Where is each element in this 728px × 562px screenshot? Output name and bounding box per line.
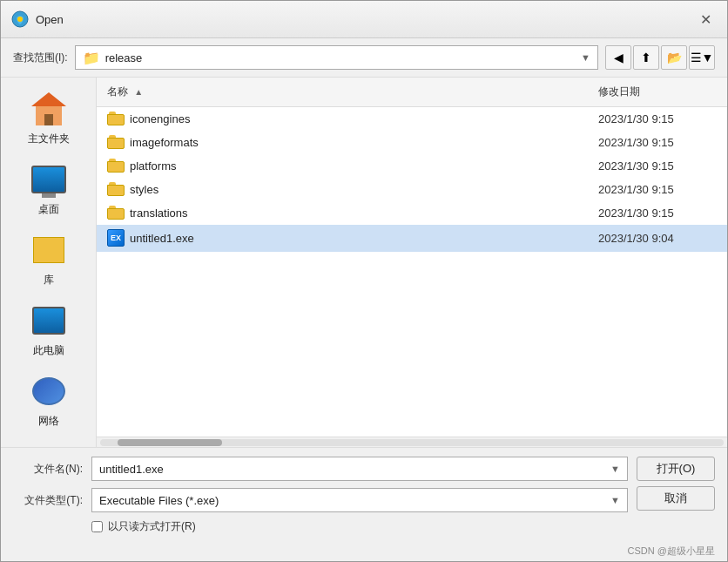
- file-date-cell: 2023/1/30 9:04: [588, 230, 727, 247]
- sidebar-item-network[interactable]: 网络: [10, 367, 88, 434]
- filename-combo[interactable]: untitled1.exe ▼: [91, 457, 628, 481]
- library-icon: [33, 237, 64, 263]
- close-button[interactable]: ✕: [694, 8, 717, 30]
- sidebar-item-desktop[interactable]: 桌面: [10, 155, 88, 222]
- table-row[interactable]: iconengines 2023/1/30 9:15: [97, 107, 727, 131]
- filename-label: 文件名(N):: [13, 462, 83, 477]
- location-combo[interactable]: 📁 release ▼: [75, 45, 598, 70]
- sidebar-label-home: 主文件夹: [28, 132, 70, 146]
- file-list[interactable]: iconengines 2023/1/30 9:15 imageformats …: [97, 107, 727, 437]
- bottom-fields: 文件名(N): untitled1.exe ▼ 文件类型(T): Executa…: [13, 457, 628, 534]
- dialog-title: Open: [36, 13, 64, 26]
- open-button[interactable]: 打开(O): [637, 457, 715, 481]
- up-button[interactable]: ⬆: [633, 45, 659, 70]
- file-date-cell: 2023/1/30 9:15: [588, 205, 727, 221]
- sidebar-label-desktop: 桌面: [38, 202, 59, 217]
- app-icon: [11, 10, 29, 28]
- sidebar: 主文件夹 桌面 库 此电脑: [1, 78, 97, 447]
- computer-icon-area: [30, 301, 68, 340]
- file-name-cell: platforms: [97, 157, 588, 174]
- bottom-main: 文件名(N): untitled1.exe ▼ 文件类型(T): Executa…: [13, 457, 715, 534]
- file-header: 名称 ▲ 修改日期: [97, 78, 727, 107]
- scrollbar-area: [97, 437, 727, 447]
- file-name-cell: imageformats: [97, 133, 588, 151]
- table-row[interactable]: styles 2023/1/30 9:15: [97, 178, 727, 201]
- file-panel: 名称 ▲ 修改日期 iconengines 2023/1/30 9:15: [97, 78, 727, 447]
- sidebar-item-computer[interactable]: 此电脑: [10, 296, 88, 363]
- title-left: Open: [11, 10, 64, 28]
- actions-col: 打开(O) 取消: [637, 457, 715, 534]
- watermark: CSDN @超级小星星: [1, 543, 727, 561]
- view-button[interactable]: ☰▼: [689, 45, 715, 70]
- readonly-label[interactable]: 以只读方式打开(R): [108, 519, 196, 534]
- location-text: release: [105, 51, 576, 64]
- bottom-area: 文件名(N): untitled1.exe ▼ 文件类型(T): Executa…: [1, 447, 727, 543]
- back-button[interactable]: ◀: [605, 45, 631, 70]
- table-row[interactable]: translations 2023/1/30 9:15: [97, 201, 727, 225]
- computer-icon: [32, 307, 65, 335]
- toolbar-buttons: ◀ ⬆ 📂 ☰▼: [605, 45, 715, 70]
- readonly-checkbox[interactable]: [91, 521, 103, 532]
- sidebar-label-network: 网络: [38, 414, 59, 429]
- location-dropdown-arrow: ▼: [581, 52, 590, 63]
- folder-icon: [107, 206, 125, 220]
- title-bar: Open ✕: [1, 1, 727, 38]
- table-row[interactable]: imageformats 2023/1/30 9:15: [97, 131, 727, 154]
- filetype-value: Executable Files (*.exe): [99, 494, 607, 507]
- main-area: 主文件夹 桌面 库 此电脑: [1, 78, 727, 447]
- readonly-row: 以只读方式打开(R): [91, 519, 628, 534]
- filename-row: 文件名(N): untitled1.exe ▼: [13, 457, 628, 481]
- filename-value: untitled1.exe: [99, 463, 607, 476]
- network-icon-area: [30, 372, 68, 410]
- filetype-row: 文件类型(T): Executable Files (*.exe) ▼: [13, 488, 628, 512]
- location-label: 查找范围(I):: [13, 51, 68, 65]
- col-header-date[interactable]: 修改日期: [588, 81, 727, 103]
- svg-point-1: [17, 17, 23, 22]
- folder-icon: [107, 159, 125, 173]
- scrollbar-thumb: [118, 439, 222, 446]
- sidebar-item-home[interactable]: 主文件夹: [10, 85, 88, 152]
- network-icon: [32, 377, 65, 405]
- desktop-icon: [31, 166, 66, 193]
- filetype-dropdown-arrow: ▼: [610, 495, 620, 505]
- home-icon-area: [30, 90, 68, 128]
- sort-arrow-icon: ▲: [134, 87, 143, 97]
- table-row[interactable]: platforms 2023/1/30 9:15: [97, 154, 727, 178]
- file-date-cell: 2023/1/30 9:15: [588, 111, 727, 127]
- file-date-cell: 2023/1/30 9:15: [588, 181, 727, 198]
- file-name-cell: styles: [97, 180, 588, 198]
- library-icon-area: [30, 231, 68, 269]
- file-name-cell: iconengines: [97, 110, 588, 127]
- horizontal-scrollbar[interactable]: [100, 439, 724, 446]
- folder-icon-location: 📁: [83, 50, 100, 66]
- filetype-label: 文件类型(T):: [13, 493, 83, 508]
- file-date-cell: 2023/1/30 9:15: [588, 158, 727, 174]
- toolbar-row: 查找范围(I): 📁 release ▼ ◀ ⬆ 📂 ☰▼: [1, 38, 727, 78]
- folder-icon: [107, 135, 125, 149]
- cancel-button[interactable]: 取消: [637, 486, 715, 511]
- sidebar-label-computer: 此电脑: [33, 343, 64, 358]
- exe-icon: EX: [107, 229, 125, 247]
- open-dialog: Open ✕ 查找范围(I): 📁 release ▼ ◀ ⬆ 📂 ☰▼: [0, 0, 728, 562]
- filename-dropdown-arrow: ▼: [610, 464, 620, 474]
- desktop-icon-area: [30, 160, 68, 199]
- file-name-cell: translations: [97, 204, 588, 221]
- folder-icon: [107, 182, 125, 196]
- file-name-cell: EX untitled1.exe: [97, 227, 588, 248]
- sidebar-item-library[interactable]: 库: [10, 226, 88, 293]
- sidebar-label-library: 库: [44, 273, 54, 288]
- new-folder-button[interactable]: 📂: [661, 45, 687, 70]
- col-header-name[interactable]: 名称 ▲: [97, 81, 588, 103]
- home-icon: [31, 92, 66, 125]
- file-date-cell: 2023/1/30 9:15: [588, 134, 727, 151]
- folder-icon: [107, 112, 125, 125]
- table-row[interactable]: EX untitled1.exe 2023/1/30 9:04: [97, 225, 727, 252]
- filetype-combo[interactable]: Executable Files (*.exe) ▼: [91, 488, 628, 512]
